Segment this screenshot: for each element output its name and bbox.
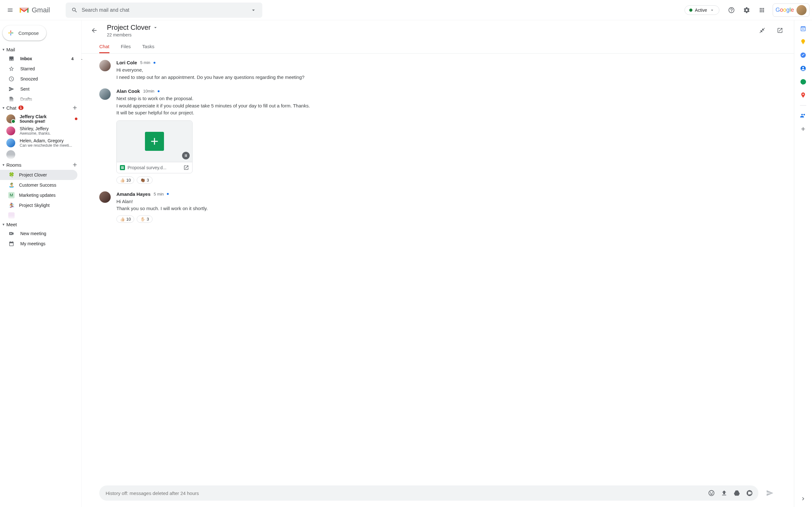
attachment-name: Proposal survey.d...	[128, 165, 181, 170]
caret-down-icon: ▼	[2, 163, 5, 167]
search-input[interactable]	[82, 7, 247, 13]
side-panel: 31	[794, 20, 812, 507]
settings-button[interactable]	[740, 4, 753, 16]
upload-button[interactable]	[718, 487, 730, 499]
people-app[interactable]	[800, 112, 806, 119]
tab-chat[interactable]: Chat	[99, 41, 109, 53]
avatar	[6, 138, 15, 147]
calendar-app[interactable]: 31	[800, 25, 806, 32]
chat-item-jeffery[interactable]: Jeffery Clark Sounds great!	[0, 113, 81, 125]
room-marketing-updates[interactable]: M Marketing updates	[0, 190, 78, 200]
unread-indicator	[75, 118, 78, 120]
avatar	[6, 114, 15, 123]
back-button[interactable]	[88, 24, 101, 37]
drive-button[interactable]	[731, 487, 743, 499]
collapse-button[interactable]	[756, 24, 768, 37]
sidebar-item-snoozed[interactable]: Snoozed	[0, 74, 78, 84]
sidebar-item-drafts[interactable]: Drafts	[0, 94, 78, 103]
draft-icon	[8, 96, 14, 102]
send-icon	[8, 86, 14, 92]
add-room-button[interactable]	[71, 161, 79, 169]
contacts-app[interactable]	[800, 65, 806, 72]
sidebar-item-inbox[interactable]: Inbox 4	[0, 54, 78, 64]
meet-my-meetings[interactable]: My meetings	[0, 239, 78, 249]
open-in-new-button[interactable]	[774, 24, 786, 37]
open-in-new-icon[interactable]	[183, 165, 189, 170]
letter-avatar: M	[8, 192, 14, 199]
avatar	[99, 89, 111, 100]
gmail-logo[interactable]: Gmail	[19, 6, 50, 14]
reaction-thumbs-up[interactable]: 👍🏻10	[116, 176, 134, 184]
meet-new-meeting[interactable]: New meeting	[0, 228, 78, 239]
status-selector[interactable]: Active	[684, 5, 719, 15]
mail-section-title: Mail	[6, 47, 15, 52]
open-in-new-icon	[777, 27, 783, 34]
apps-grid-icon	[759, 7, 765, 13]
message-author: Amanda Hayes	[116, 191, 151, 197]
message: Alan Cook 10min Next step is to work on …	[99, 89, 776, 184]
collapse-panel-button[interactable]	[800, 496, 806, 502]
reaction-hand[interactable]: ✋🏻3	[137, 216, 152, 223]
svg-rect-2	[186, 154, 187, 157]
google-apps-button[interactable]	[756, 4, 768, 16]
plus-icon	[7, 29, 14, 37]
room-project-clover[interactable]: 🍀 Project Clover	[0, 170, 78, 180]
emoji-button[interactable]	[706, 487, 717, 499]
message-time: 5 min	[140, 60, 150, 65]
account-selector[interactable]: Google	[773, 3, 809, 17]
compose-button[interactable]: Compose	[3, 25, 46, 41]
chat-item-helen[interactable]: Helen, Adam, Gregory Can we reschedule t…	[0, 137, 81, 149]
avatar	[99, 60, 111, 71]
status-label: Active	[695, 8, 707, 13]
header: Gmail Active Google	[0, 0, 812, 20]
caret-down-icon	[710, 8, 715, 13]
message-time: 5 min	[154, 192, 164, 196]
drive-icon	[733, 490, 740, 497]
tab-tasks[interactable]: Tasks	[142, 41, 154, 53]
send-button[interactable]	[763, 487, 776, 499]
tasks-app[interactable]	[800, 52, 806, 58]
caret-down-icon[interactable]	[153, 25, 158, 31]
island-icon: 🏝️	[8, 182, 14, 188]
sidebar-item-starred[interactable]: Starred	[0, 64, 78, 74]
tab-files[interactable]: Files	[121, 41, 131, 53]
reaction-thumbs-up[interactable]: 👍🏻10	[116, 216, 134, 223]
keep-app[interactable]	[800, 39, 806, 45]
room-more[interactable]	[0, 210, 78, 221]
add-app-button[interactable]	[800, 126, 806, 132]
maps-app[interactable]	[800, 92, 806, 98]
maps-icon	[800, 92, 806, 98]
chat-section-header[interactable]: ▼ Chat 1	[0, 103, 81, 113]
message-composer[interactable]	[99, 486, 758, 501]
support-button[interactable]	[725, 4, 738, 16]
clock-icon	[8, 76, 14, 82]
mail-section-header[interactable]: ▼ Mail	[0, 46, 81, 54]
caret-down-icon: ▼	[2, 223, 5, 226]
chat-item-shirley[interactable]: Shirley, Jeffery Awesome, thanks.	[0, 125, 81, 137]
add-chat-button[interactable]	[71, 104, 79, 112]
hangouts-app[interactable]	[800, 78, 806, 85]
search-button[interactable]	[67, 3, 82, 17]
hamburger-icon	[7, 7, 13, 13]
meet-section-header[interactable]: ▼ Meet	[0, 221, 81, 228]
room-customer-success[interactable]: 🏝️ Customer Success	[0, 180, 78, 190]
snowboard-icon: 🏂	[8, 203, 14, 208]
caret-down-icon: ▼	[2, 48, 5, 51]
search-bar[interactable]	[66, 3, 262, 18]
reaction-clap[interactable]: 👏🏾3	[137, 176, 152, 184]
main-menu-button[interactable]	[3, 3, 18, 18]
sheets-icon	[145, 132, 164, 151]
video-meeting-button[interactable]	[744, 487, 755, 499]
clover-icon: 🍀	[8, 172, 14, 178]
keep-icon	[800, 39, 806, 45]
star-icon	[8, 66, 14, 72]
chat-item-more[interactable]	[0, 149, 81, 160]
search-options-button[interactable]	[247, 3, 260, 17]
attachment-card[interactable]: Proposal survey.d...	[116, 120, 193, 173]
hangouts-icon	[800, 78, 806, 85]
message-author: Alan Cook	[116, 89, 140, 94]
sidebar-item-sent[interactable]: Sent	[0, 84, 78, 94]
room-project-skylight[interactable]: 🏂 Project Skylight	[0, 200, 78, 210]
rooms-section-header[interactable]: ▼ Rooms	[0, 160, 81, 170]
composer-input[interactable]	[106, 491, 706, 496]
